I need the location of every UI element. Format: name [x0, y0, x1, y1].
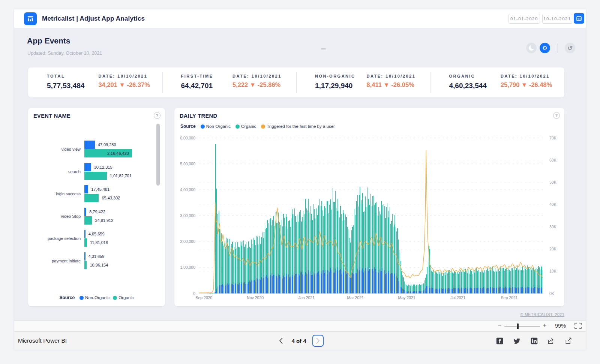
- zoom-slider-handle[interactable]: [517, 324, 519, 329]
- stacked-bars[interactable]: [202, 144, 543, 294]
- kpi-value: 64,42,701: [181, 82, 231, 90]
- zoom-slider-track[interactable]: [504, 326, 540, 327]
- legend-item-organic: Organic: [236, 124, 256, 129]
- prev-page-button[interactable]: [276, 336, 285, 346]
- share-icon: [548, 337, 555, 345]
- event-bar-value: 34,81,912: [95, 216, 113, 225]
- event-bar-organic[interactable]: [84, 238, 87, 247]
- svg-text:Jan 2021: Jan 2021: [298, 295, 315, 300]
- event-category-label: Video Stop: [30, 208, 81, 225]
- event-bar-value: 47,09,280: [98, 141, 116, 149]
- settings-button[interactable]: ⚙: [540, 43, 550, 53]
- kpi-change: 34,201 ▼ -26.37%: [98, 81, 150, 88]
- event-bar-value: 8,79,422: [89, 208, 105, 216]
- chevron-left-icon: [279, 337, 283, 344]
- reset-button[interactable]: ↺: [565, 43, 575, 53]
- kpi-value: 5,77,53,484: [47, 82, 97, 90]
- svg-text:0: 0: [193, 291, 195, 296]
- trend-svg: 01,00,0002,00,0003,00,0004,00,0005,00,00…: [180, 131, 558, 301]
- screenshot-root: Metricalist | Adjust App Analytics 01-01…: [0, 0, 600, 364]
- zoom-level: 99%: [555, 323, 566, 329]
- open-in-new-window-button[interactable]: [565, 337, 572, 345]
- powerbi-footer: Microsoft Power BI 4 of 4: [14, 331, 586, 350]
- moon-icon: [529, 45, 534, 51]
- legend-dot-non-organic: [201, 124, 205, 129]
- date-to-input[interactable]: 10-10-2021: [542, 14, 572, 24]
- share-button[interactable]: [548, 337, 555, 345]
- zoom-in-button[interactable]: +: [543, 322, 546, 329]
- event-name-panel: EVENT NAME ? video view47,09,2802,16,46,…: [28, 108, 165, 306]
- kpi-date-label: DATE: 10/10/2021: [501, 74, 552, 78]
- svg-text:30K: 30K: [549, 225, 556, 229]
- legend-title: Source: [180, 124, 196, 129]
- scrollbar-thumb[interactable]: [156, 124, 160, 186]
- event-bar-row: video view47,09,2802,16,46,420: [28, 141, 165, 158]
- event-bar-non-organic[interactable]: [84, 185, 88, 193]
- linkedin-button[interactable]: [530, 337, 538, 345]
- svg-text:6,00,000: 6,00,000: [180, 136, 195, 140]
- kpi-card: TOTAL 5,77,53,484 DATE: 10/10/2021 34,20…: [28, 67, 564, 97]
- kpi-change: 8,411 ▼ -26.05%: [366, 81, 416, 88]
- help-icon[interactable]: ?: [553, 112, 560, 119]
- svg-text:0K: 0K: [549, 291, 554, 296]
- svg-text:3,00,000: 3,00,000: [180, 213, 195, 218]
- dashboard-canvas: App Events Updated: Sunday, October 10, …: [14, 28, 586, 321]
- legend-dot-organic: [236, 124, 240, 129]
- calendar-icon: [576, 15, 582, 21]
- event-bar-value: 11,81,016: [90, 238, 108, 247]
- daily-legend: Source Non-Organic Organic Triggered for…: [180, 124, 335, 129]
- social-buttons: [496, 332, 572, 350]
- event-bar-value: 4,65,659: [88, 230, 105, 238]
- event-bar-row: login success17,45,48165,43,302: [28, 185, 165, 202]
- kpi-date-label: DATE: 10/10/2021: [98, 74, 150, 78]
- twitter-button[interactable]: [513, 337, 520, 345]
- date-from-input[interactable]: 01-01-2020: [508, 14, 540, 24]
- fullscreen-icon: [574, 323, 582, 329]
- app-logo-icon: [24, 12, 37, 25]
- report-frame: Metricalist | Adjust App Analytics 01-01…: [14, 9, 586, 350]
- svg-text:70K: 70K: [549, 136, 556, 140]
- zoom-out-button[interactable]: −: [498, 322, 501, 329]
- daily-trend-chart: 01,00,0002,00,0003,00,0004,00,0005,00,00…: [180, 131, 558, 301]
- event-category-label: package selection: [30, 230, 81, 247]
- event-category-label: login success: [30, 185, 81, 202]
- event-bar-non-organic[interactable]: [84, 141, 95, 149]
- kpi-label: TOTAL: [47, 74, 97, 78]
- event-bar-row: package selection4,65,65911,81,016: [28, 230, 165, 247]
- event-bar-organic[interactable]: [84, 194, 99, 202]
- svg-text:May 2021: May 2021: [398, 295, 416, 300]
- app-header: Metricalist | Adjust App Analytics 01-01…: [14, 9, 586, 28]
- svg-text:10K: 10K: [549, 269, 556, 273]
- kpi-label: ORGANIC: [449, 74, 499, 78]
- legend-item-first-time: Triggered for the first time by a user: [261, 124, 335, 129]
- down-arrow-icon: ▼: [250, 81, 256, 88]
- event-bar-organic[interactable]: [84, 172, 107, 180]
- down-arrow-icon: ▼: [521, 81, 527, 88]
- event-bar-organic[interactable]: [84, 216, 92, 225]
- event-bar-non-organic[interactable]: [84, 163, 91, 171]
- event-bar-non-organic[interactable]: [84, 230, 86, 238]
- event-bar-non-organic[interactable]: [84, 252, 86, 261]
- kpi-non-organic: NON-ORGANIC 1,17,29,940 DATE: 10/10/2021…: [296, 67, 430, 97]
- copyright-link[interactable]: © METRICALIST. 2021: [520, 312, 564, 317]
- facebook-button[interactable]: [496, 337, 503, 345]
- kpi-value: 4,60,23,544: [449, 82, 499, 90]
- event-legend: Source Non-Organic Organic: [28, 295, 165, 300]
- divider: [558, 43, 558, 53]
- linkedin-icon: [531, 337, 538, 345]
- event-bar-organic[interactable]: [84, 261, 87, 269]
- svg-text:1,00,000: 1,00,000: [180, 265, 195, 270]
- next-page-button[interactable]: [312, 335, 324, 347]
- svg-text:Jul 2021: Jul 2021: [450, 295, 465, 300]
- fullscreen-button[interactable]: [574, 323, 582, 329]
- event-bar-non-organic[interactable]: [84, 208, 86, 216]
- app-title: Metricalist | Adjust App Analytics: [42, 9, 145, 28]
- calendar-button[interactable]: [574, 13, 584, 24]
- dark-mode-toggle[interactable]: [526, 43, 537, 53]
- event-bar-row: search30,12,3151,01,82,701: [28, 163, 165, 180]
- kpi-date-label: DATE: 10/10/2021: [232, 74, 282, 78]
- event-bar-value: 30,12,315: [94, 163, 112, 171]
- daily-trend-panel: DAILY TREND ? Source Non-Organic Organic…: [174, 108, 564, 306]
- event-bar-value: 65,43,302: [102, 194, 120, 202]
- kpi-value: 1,17,29,940: [315, 82, 365, 90]
